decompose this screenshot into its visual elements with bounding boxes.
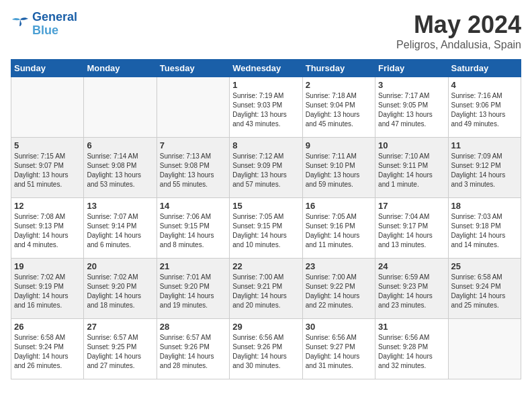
calendar-day-cell <box>11 77 84 138</box>
calendar-header-row: SundayMondayTuesdayWednesdayThursdayFrid… <box>11 60 521 77</box>
day-info: Sunrise: 7:00 AM Sunset: 9:21 PM Dayligh… <box>232 273 299 310</box>
calendar-day-cell: 19Sunrise: 7:02 AM Sunset: 9:19 PM Dayli… <box>11 259 84 319</box>
day-number: 28 <box>160 322 226 332</box>
day-number: 10 <box>378 140 445 150</box>
day-number: 17 <box>378 201 445 211</box>
day-number: 18 <box>451 201 518 211</box>
day-number: 8 <box>232 140 299 150</box>
day-info: Sunrise: 7:01 AM Sunset: 9:20 PM Dayligh… <box>160 273 226 310</box>
day-number: 29 <box>232 322 299 332</box>
calendar-day-cell: 25Sunrise: 6:58 AM Sunset: 9:24 PM Dayli… <box>448 259 521 319</box>
weekday-header-friday: Friday <box>375 60 448 77</box>
day-number: 31 <box>378 322 445 332</box>
calendar-day-cell: 6Sunrise: 7:14 AM Sunset: 9:08 PM Daylig… <box>84 138 157 198</box>
calendar-day-cell <box>157 77 229 138</box>
calendar-day-cell: 28Sunrise: 6:57 AM Sunset: 9:26 PM Dayli… <box>157 319 229 379</box>
day-number: 20 <box>87 261 153 271</box>
calendar-day-cell: 9Sunrise: 7:11 AM Sunset: 9:10 PM Daylig… <box>302 138 375 198</box>
day-info: Sunrise: 6:56 AM Sunset: 9:26 PM Dayligh… <box>232 333 299 371</box>
calendar-day-cell: 15Sunrise: 7:05 AM Sunset: 9:15 PM Dayli… <box>230 198 302 259</box>
day-number: 19 <box>14 261 81 271</box>
title-block: May 2024 Peligros, Andalusia, Spain <box>396 11 521 51</box>
day-info: Sunrise: 7:02 AM Sunset: 9:20 PM Dayligh… <box>87 273 153 310</box>
day-number: 6 <box>87 140 153 150</box>
day-info: Sunrise: 7:06 AM Sunset: 9:15 PM Dayligh… <box>160 212 226 250</box>
weekday-header-wednesday: Wednesday <box>230 60 302 77</box>
calendar-day-cell: 2Sunrise: 7:18 AM Sunset: 9:04 PM Daylig… <box>302 77 375 138</box>
calendar-day-cell: 23Sunrise: 7:00 AM Sunset: 9:22 PM Dayli… <box>302 259 375 319</box>
day-number: 16 <box>306 201 372 211</box>
calendar-day-cell: 16Sunrise: 7:05 AM Sunset: 9:16 PM Dayli… <box>302 198 375 259</box>
day-info: Sunrise: 7:09 AM Sunset: 9:12 PM Dayligh… <box>451 152 518 189</box>
day-info: Sunrise: 7:08 AM Sunset: 9:13 PM Dayligh… <box>14 212 81 250</box>
day-info: Sunrise: 7:17 AM Sunset: 9:05 PM Dayligh… <box>378 91 445 129</box>
calendar-day-cell: 27Sunrise: 6:57 AM Sunset: 9:25 PM Dayli… <box>84 319 157 379</box>
day-number: 21 <box>160 261 226 271</box>
weekday-header-monday: Monday <box>84 60 157 77</box>
calendar-day-cell: 3Sunrise: 7:17 AM Sunset: 9:05 PM Daylig… <box>375 77 448 138</box>
calendar-day-cell: 1Sunrise: 7:19 AM Sunset: 9:03 PM Daylig… <box>230 77 302 138</box>
calendar-day-cell: 24Sunrise: 6:59 AM Sunset: 9:23 PM Dayli… <box>375 259 448 319</box>
logo-icon <box>11 17 30 32</box>
page-header: General Blue May 2024 Peligros, Andalusi… <box>11 11 521 51</box>
calendar-table: SundayMondayTuesdayWednesdayThursdayFrid… <box>11 59 521 379</box>
day-info: Sunrise: 7:16 AM Sunset: 9:06 PM Dayligh… <box>451 91 518 129</box>
day-number: 5 <box>14 140 81 150</box>
calendar-day-cell: 7Sunrise: 7:13 AM Sunset: 9:08 PM Daylig… <box>157 138 229 198</box>
day-number: 24 <box>378 261 445 271</box>
calendar-day-cell: 29Sunrise: 6:56 AM Sunset: 9:26 PM Dayli… <box>230 319 302 379</box>
calendar-day-cell: 18Sunrise: 7:03 AM Sunset: 9:18 PM Dayli… <box>448 198 521 259</box>
day-info: Sunrise: 6:56 AM Sunset: 9:27 PM Dayligh… <box>306 333 372 371</box>
calendar-day-cell: 20Sunrise: 7:02 AM Sunset: 9:20 PM Dayli… <box>84 259 157 319</box>
calendar-week-3: 12Sunrise: 7:08 AM Sunset: 9:13 PM Dayli… <box>11 198 521 259</box>
day-number: 23 <box>306 261 372 271</box>
calendar-day-cell <box>448 319 521 379</box>
calendar-week-1: 1Sunrise: 7:19 AM Sunset: 9:03 PM Daylig… <box>11 77 521 138</box>
calendar-day-cell: 21Sunrise: 7:01 AM Sunset: 9:20 PM Dayli… <box>157 259 229 319</box>
calendar-day-cell: 11Sunrise: 7:09 AM Sunset: 9:12 PM Dayli… <box>448 138 521 198</box>
weekday-header-thursday: Thursday <box>302 60 375 77</box>
calendar-day-cell: 13Sunrise: 7:07 AM Sunset: 9:14 PM Dayli… <box>84 198 157 259</box>
day-info: Sunrise: 6:58 AM Sunset: 9:24 PM Dayligh… <box>14 333 81 371</box>
day-info: Sunrise: 7:10 AM Sunset: 9:11 PM Dayligh… <box>378 152 445 189</box>
day-info: Sunrise: 7:18 AM Sunset: 9:04 PM Dayligh… <box>306 91 372 129</box>
day-info: Sunrise: 7:00 AM Sunset: 9:22 PM Dayligh… <box>306 273 372 310</box>
calendar-day-cell: 5Sunrise: 7:15 AM Sunset: 9:07 PM Daylig… <box>11 138 84 198</box>
weekday-header-sunday: Sunday <box>11 60 84 77</box>
calendar-day-cell: 12Sunrise: 7:08 AM Sunset: 9:13 PM Dayli… <box>11 198 84 259</box>
day-number: 25 <box>451 261 518 271</box>
day-number: 11 <box>451 140 518 150</box>
day-info: Sunrise: 6:59 AM Sunset: 9:23 PM Dayligh… <box>378 273 445 310</box>
day-info: Sunrise: 6:56 AM Sunset: 9:28 PM Dayligh… <box>378 333 445 371</box>
day-info: Sunrise: 6:57 AM Sunset: 9:25 PM Dayligh… <box>87 333 153 371</box>
calendar-day-cell: 4Sunrise: 7:16 AM Sunset: 9:06 PM Daylig… <box>448 77 521 138</box>
day-info: Sunrise: 7:02 AM Sunset: 9:19 PM Dayligh… <box>14 273 81 310</box>
calendar-day-cell: 8Sunrise: 7:12 AM Sunset: 9:09 PM Daylig… <box>230 138 302 198</box>
calendar-day-cell: 30Sunrise: 6:56 AM Sunset: 9:27 PM Dayli… <box>302 319 375 379</box>
calendar-week-4: 19Sunrise: 7:02 AM Sunset: 9:19 PM Dayli… <box>11 259 521 319</box>
day-number: 14 <box>160 201 226 211</box>
day-info: Sunrise: 7:11 AM Sunset: 9:10 PM Dayligh… <box>306 152 372 189</box>
location: Peligros, Andalusia, Spain <box>396 39 521 51</box>
day-number: 7 <box>160 140 226 150</box>
month-title: May 2024 <box>396 11 521 39</box>
day-number: 4 <box>451 80 518 90</box>
weekday-header-saturday: Saturday <box>448 60 521 77</box>
day-number: 12 <box>14 201 81 211</box>
day-info: Sunrise: 7:04 AM Sunset: 9:17 PM Dayligh… <box>378 212 445 250</box>
day-info: Sunrise: 7:19 AM Sunset: 9:03 PM Dayligh… <box>232 91 299 129</box>
calendar-day-cell: 31Sunrise: 6:56 AM Sunset: 9:28 PM Dayli… <box>375 319 448 379</box>
calendar-day-cell: 10Sunrise: 7:10 AM Sunset: 9:11 PM Dayli… <box>375 138 448 198</box>
day-info: Sunrise: 7:12 AM Sunset: 9:09 PM Dayligh… <box>232 152 299 189</box>
day-number: 9 <box>306 140 372 150</box>
calendar-day-cell <box>84 77 157 138</box>
calendar-week-5: 26Sunrise: 6:58 AM Sunset: 9:24 PM Dayli… <box>11 319 521 379</box>
day-number: 15 <box>232 201 299 211</box>
day-info: Sunrise: 7:15 AM Sunset: 9:07 PM Dayligh… <box>14 152 81 189</box>
day-number: 2 <box>306 80 372 90</box>
calendar-day-cell: 14Sunrise: 7:06 AM Sunset: 9:15 PM Dayli… <box>157 198 229 259</box>
calendar-day-cell: 17Sunrise: 7:04 AM Sunset: 9:17 PM Dayli… <box>375 198 448 259</box>
day-number: 26 <box>14 322 81 332</box>
day-number: 1 <box>232 80 299 90</box>
day-number: 27 <box>87 322 153 332</box>
